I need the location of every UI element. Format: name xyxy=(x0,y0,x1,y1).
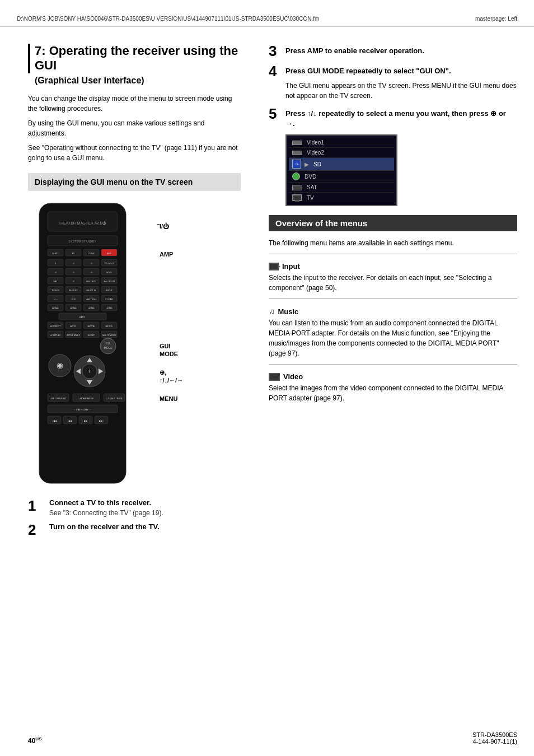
svg-text:SHIFT: SHIFT xyxy=(52,252,59,255)
svg-text:+DISPLAY: +DISPLAY xyxy=(50,334,61,337)
svg-text:TV INPUT: TV INPUT xyxy=(104,262,115,265)
page-footer: 40US STR-DA3500ES 4-144-907-11(1) xyxy=(28,731,517,745)
svg-text:PHONO: PHONO xyxy=(69,289,78,292)
section-box-displaying: Displaying the GUI menu on the TV screen xyxy=(28,173,241,191)
svg-text:TV: TV xyxy=(72,252,74,255)
svg-text:◀◀: ◀◀ xyxy=(68,419,72,422)
svg-text:A.DIRECT: A.DIRECT xyxy=(50,325,61,328)
gui-menu-tv: TV xyxy=(289,193,394,203)
svg-text:▶▶|: ▶▶| xyxy=(99,419,103,422)
label-power: I/⏻ xyxy=(160,223,169,230)
svg-text:INPUT: INPUT xyxy=(106,289,113,292)
svg-text:NIGHT MODE: NIGHT MODE xyxy=(102,334,116,337)
svg-text:SA-CD ON: SA-CD ON xyxy=(104,280,115,283)
gui-menu-sat: SAT xyxy=(289,183,394,193)
svg-text:HOME: HOME xyxy=(70,307,77,310)
overview-title: Overview of the menus xyxy=(275,218,510,228)
overview-intro: The following menu items are available i… xyxy=(269,238,517,248)
gui-menu-video2: Video2 xyxy=(289,148,394,158)
subsection-music-body: You can listen to the music from an audi… xyxy=(269,318,517,358)
gui-icon-sat xyxy=(292,185,302,190)
meta-header: D:\NORM'S JOB\SONY HA\SO0046\STR-DA3500E… xyxy=(0,11,534,27)
left-column: 7: Operating the receiver using the GUI … xyxy=(0,38,257,548)
section-box-title: Displaying the GUI menu on the TV screen xyxy=(35,178,234,186)
svg-text:MODE: MODE xyxy=(104,346,113,349)
svg-text:MUSIC: MUSIC xyxy=(106,325,113,328)
svg-text:MU/TAPC: MU/TAPC xyxy=(86,280,96,283)
step-1: 1 Connect a TV to this receiver. See "3:… xyxy=(28,498,241,517)
svg-text:HOME: HOME xyxy=(52,307,59,310)
step-2: 2 Turn on the receiver and the TV. xyxy=(28,522,241,537)
svg-text:ZONE: ZONE xyxy=(88,252,94,255)
svg-text:INPUT MYEF: INPUT MYEF xyxy=(67,334,81,337)
svg-text:A.F.D.: A.F.D. xyxy=(71,325,77,328)
remote-area: THEATER MASTER AV1/⏻ SYSTEM STANDBY SHIF… xyxy=(28,198,241,491)
subsection-video-title: Video xyxy=(269,372,517,381)
chapter-subtitle: (Graphical User Interface) xyxy=(28,76,241,86)
svg-text:HOME: HOME xyxy=(88,307,95,310)
intro-para-3: See "Operating without connecting to the… xyxy=(28,143,241,163)
divider-3 xyxy=(269,364,517,365)
divider-2 xyxy=(269,298,517,299)
svg-text:+: + xyxy=(87,367,91,375)
subsection-input-body: Selects the input to the receiver. For d… xyxy=(269,273,517,293)
step-3: 3 Press AMP to enable receiver operation… xyxy=(269,44,517,58)
content-layout: 7: Operating the receiver using the GUI … xyxy=(0,38,534,548)
step-3-number: 3 xyxy=(269,44,281,58)
svg-text:+HOME MENU: +HOME MENU xyxy=(78,397,93,400)
svg-text:◉: ◉ xyxy=(57,361,63,370)
step-3-title: Press AMP to enable receiver operation. xyxy=(285,44,424,56)
remote-svg: THEATER MASTER AV1/⏻ SYSTEM STANDBY SHIF… xyxy=(28,198,157,491)
svg-text:WIDE: WIDE xyxy=(106,271,113,274)
label-gui-mode: GUIMODE xyxy=(160,342,178,358)
svg-text:MOVIE: MOVIE xyxy=(88,325,95,328)
gui-menu-video1: Video1 xyxy=(289,138,394,148)
svg-text:THEATER MASTER AV1/⏻: THEATER MASTER AV1/⏻ xyxy=(58,221,106,225)
masterpage: masterpage: Left xyxy=(475,16,517,22)
filepath: D:\NORM'S JOB\SONY HA\SO0046\STR-DA3500E… xyxy=(17,16,319,22)
subsection-music-title: ♫ Music xyxy=(269,307,517,316)
label-menu: MENU xyxy=(160,395,177,402)
label-nav: ⊕,↑/↓/←/→ xyxy=(160,368,183,385)
gui-icon-dvd xyxy=(292,172,300,180)
step-4-number: 4 xyxy=(269,64,281,78)
step-2-title: Turn on the receiver and the TV. xyxy=(49,522,241,532)
step-5-number: 5 xyxy=(269,106,281,121)
gui-icon-video2 xyxy=(292,151,302,155)
gui-icon-input: ⇒ xyxy=(292,160,301,169)
intro-para-1: You can change the display mode of the m… xyxy=(28,94,241,114)
step-2-content: Turn on the receiver and the TV. xyxy=(49,522,241,532)
right-column: 3 Press AMP to enable receiver operation… xyxy=(257,38,534,548)
gui-icon-video1 xyxy=(292,141,302,145)
step-5: 5 Press ↑/↓ repeatedly to select a menu … xyxy=(269,106,517,129)
intro-para-2: By using the GUI menu, you can make vari… xyxy=(28,118,241,138)
svg-text:|◀◀: |◀◀ xyxy=(52,419,57,422)
svg-text:SAT: SAT xyxy=(53,280,58,283)
svg-text:SYSTEM STANDBY: SYSTEM STANDBY xyxy=(68,240,96,243)
page-suffix: US xyxy=(35,736,41,741)
svg-text:PARC: PARC xyxy=(79,316,86,319)
label-amp: AMP xyxy=(160,251,173,258)
page-number: 40US xyxy=(28,736,41,745)
svg-text:·-/~~: ·-/~~ xyxy=(53,298,58,301)
input-icon xyxy=(269,263,279,270)
remote-labels-container: I/⏻ AMP GUIMODE ⊕,↑/↓/←/→ MENU xyxy=(157,198,241,489)
step-4: 4 Press GUI MODE repeatedly to select "G… xyxy=(269,64,517,101)
svg-text:+RETURN/EXIT: +RETURN/EXIT xyxy=(50,397,67,400)
subsection-video-body: Select the images from the video compone… xyxy=(269,383,517,403)
svg-text:SLEEP: SLEEP xyxy=(88,334,95,337)
step-1-content: Connect a TV to this receiver. See "3: C… xyxy=(49,498,241,517)
svg-text:AMP: AMP xyxy=(107,252,112,255)
svg-text:← CATEGORY →: ← CATEGORY → xyxy=(73,408,91,411)
svg-text:+ENTER/>: +ENTER/> xyxy=(86,298,97,301)
svg-text:GUI: GUI xyxy=(106,342,111,345)
overview-box: Overview of the menus xyxy=(269,215,517,231)
svg-text:CLEAR: CLEAR xyxy=(105,298,113,301)
music-icon: ♫ xyxy=(269,307,275,316)
gui-menu-dvd: DVD xyxy=(289,171,394,183)
svg-text:+?/?/SETTINGS: +?/?/SETTINGS xyxy=(106,397,122,400)
svg-text:HOME: HOME xyxy=(106,307,113,310)
steps-left: 1 Connect a TV to this receiver. See "3:… xyxy=(28,498,241,537)
svg-text:TUNER: TUNER xyxy=(51,289,59,292)
step-5-title: Press ↑/↓ repeatedly to select a menu yo… xyxy=(285,106,517,129)
